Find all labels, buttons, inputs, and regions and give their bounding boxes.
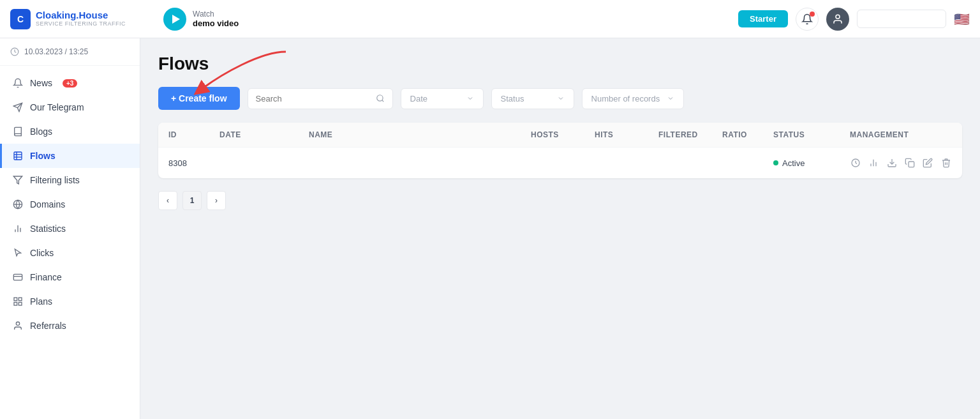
sidebar-item-referrals[interactable]: Referrals (0, 314, 140, 338)
date-filter[interactable]: Date (401, 88, 484, 109)
sidebar-item-domains[interactable]: Domains (0, 192, 140, 217)
svg-marker-8 (13, 176, 22, 184)
top-header: C Cloaking.House Service Filtering Traff… (0, 0, 980, 38)
logo-area: C Cloaking.House Service Filtering Traff… (10, 9, 144, 29)
sidebar-item-statistics[interactable]: Statistics (0, 217, 140, 241)
svg-point-0 (836, 15, 840, 19)
logo-text: Cloaking.House Service Filtering Traffic (36, 10, 126, 27)
row-id: 8308 (168, 158, 219, 168)
book-icon (12, 126, 24, 137)
svg-rect-17 (19, 298, 22, 301)
bell-icon (12, 77, 24, 89)
demo-video-button[interactable]: Watch demo video (154, 4, 248, 34)
copy-icon[interactable] (904, 156, 916, 169)
header-hosts: Hosts (531, 130, 595, 139)
svg-rect-4 (14, 152, 22, 160)
sidebar-item-flows[interactable]: Flows (0, 144, 140, 168)
svg-rect-31 (909, 162, 914, 167)
globe-icon (12, 199, 24, 210)
filter-icon (12, 174, 24, 186)
status-active-dot (773, 160, 778, 165)
table-row: 8308 Active (158, 148, 962, 178)
svg-point-20 (16, 322, 19, 325)
header-ratio: Ratio (722, 130, 773, 139)
header-hits: Hits (595, 130, 658, 139)
chevron-down-icon (466, 95, 474, 102)
logo-brand: Cloaking.House (36, 10, 126, 21)
svg-point-22 (376, 95, 382, 101)
header-right: Starter 🇺🇸 (738, 8, 970, 31)
sidebar-item-blogs[interactable]: Blogs (0, 119, 140, 144)
records-filter[interactable]: Number of records (582, 88, 684, 109)
sidebar: 10.03.2023 / 13:25 News +3 Our Telegram (0, 38, 140, 419)
delete-icon[interactable] (940, 156, 952, 169)
demo-text: Watch demo video (193, 10, 239, 28)
svg-rect-18 (19, 302, 22, 305)
send-icon (12, 102, 24, 113)
svg-rect-14 (13, 274, 22, 280)
pagination: ‹ 1 › (158, 191, 962, 210)
header-name: Name (309, 130, 531, 139)
header-management: Management (850, 130, 952, 139)
flows-table: ID Date Name Hosts Hits Filtered Ratio S… (158, 123, 962, 178)
bar-chart-icon (12, 223, 24, 234)
chart-icon[interactable] (868, 156, 879, 169)
svg-line-23 (382, 100, 383, 102)
prev-page-button[interactable]: ‹ (158, 191, 177, 210)
header-id: ID (168, 130, 219, 139)
cursor-icon (12, 247, 24, 259)
edit-icon[interactable] (922, 156, 933, 169)
svg-line-26 (856, 163, 857, 164)
clock-icon (10, 47, 19, 56)
header-date: Date (219, 130, 309, 139)
flow-icon (12, 150, 24, 162)
sidebar-item-filtering[interactable]: Filtering lists (0, 168, 140, 192)
starter-button[interactable]: Starter (738, 10, 788, 27)
notification-bell[interactable] (796, 8, 819, 31)
search-box (248, 88, 393, 109)
avatar-button[interactable] (826, 8, 849, 31)
content-area: Flows + Create flow Date (140, 38, 980, 419)
plan-icon (12, 296, 24, 307)
play-icon (163, 8, 186, 31)
referral-icon (12, 320, 24, 331)
create-flow-button[interactable]: + Create flow (158, 87, 240, 110)
page-1-button[interactable]: 1 (182, 191, 202, 210)
row-status: Active (773, 158, 850, 168)
search-input[interactable] (256, 94, 371, 103)
sidebar-item-plans[interactable]: Plans (0, 289, 140, 314)
logo-icon: C (10, 9, 31, 29)
sidebar-item-telegram[interactable]: Our Telegram (0, 95, 140, 119)
search-icon (376, 94, 385, 103)
user-icon (832, 13, 843, 25)
chevron-down-icon-2 (557, 95, 565, 102)
svg-rect-19 (14, 302, 17, 305)
sidebar-item-finance[interactable]: Finance (0, 265, 140, 289)
chevron-down-icon-3 (667, 95, 674, 102)
download-icon[interactable] (886, 156, 898, 169)
table-header: ID Date Name Hosts Hits Filtered Ratio S… (158, 123, 962, 148)
main-layout: 10.03.2023 / 13:25 News +3 Our Telegram (0, 38, 980, 419)
notification-dot (810, 11, 815, 17)
sidebar-item-news[interactable]: News +3 (0, 71, 140, 95)
header-status: Status (773, 130, 850, 139)
svg-rect-16 (14, 298, 17, 301)
toolbar: + Create flow Date (158, 87, 962, 110)
flag-icon: 🇺🇸 (954, 11, 970, 27)
sidebar-item-clicks[interactable]: Clicks (0, 241, 140, 265)
top-search-input[interactable] (857, 10, 946, 28)
status-filter[interactable]: Status (491, 88, 574, 109)
logo-sub: Service Filtering Traffic (36, 21, 126, 27)
timer-icon[interactable] (850, 156, 861, 169)
row-management (850, 156, 952, 169)
sidebar-datetime: 10.03.2023 / 13:25 (0, 38, 140, 66)
page-title: Flows (158, 54, 962, 74)
header-filtered: Filtered (658, 130, 722, 139)
next-page-button[interactable]: › (207, 191, 226, 210)
sidebar-nav: News +3 Our Telegram Blogs Flows (0, 66, 140, 343)
wallet-icon (12, 271, 24, 283)
